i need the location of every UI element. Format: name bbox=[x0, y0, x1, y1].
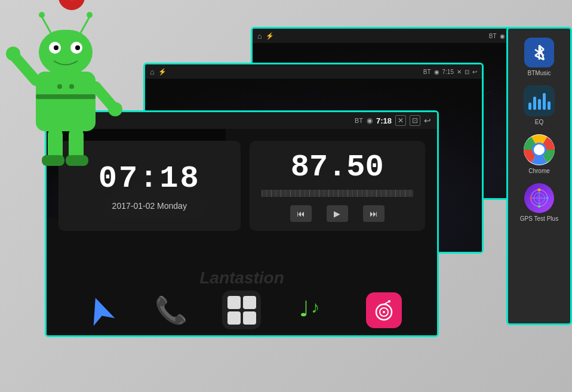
svg-line-18 bbox=[15, 57, 36, 81]
eq-icon bbox=[524, 85, 555, 116]
svg-point-16 bbox=[75, 45, 80, 50]
eq-bar-4 bbox=[543, 93, 546, 110]
time-mid: 7:15 bbox=[442, 69, 454, 75]
svg-point-64 bbox=[530, 197, 532, 199]
svg-point-0 bbox=[59, 0, 85, 10]
app-dot-2 bbox=[243, 296, 256, 309]
svg-point-15 bbox=[54, 45, 59, 50]
svg-point-46 bbox=[388, 300, 390, 303]
svg-point-9 bbox=[39, 12, 45, 18]
svg-point-61 bbox=[537, 189, 540, 192]
location-icon-back: ◉ bbox=[500, 33, 505, 39]
minimize-icon-front[interactable]: ⊡ bbox=[410, 115, 420, 126]
eq-bar-1 bbox=[528, 103, 531, 110]
clock-date: 2017-01-02 Monday bbox=[112, 201, 187, 211]
radio-play-button[interactable]: ▶ bbox=[327, 205, 348, 222]
eq-bar-2 bbox=[533, 97, 536, 110]
back-arrow-front[interactable]: ↩ bbox=[424, 116, 431, 125]
radio-app-icon bbox=[366, 292, 402, 328]
svg-point-21 bbox=[108, 102, 122, 116]
svg-point-55 bbox=[534, 144, 545, 155]
svg-point-19 bbox=[6, 47, 20, 61]
svg-point-28 bbox=[69, 84, 74, 89]
chrome-icon bbox=[524, 134, 555, 165]
dock-nav-icon[interactable] bbox=[81, 291, 119, 329]
phone-emoji: 📞 bbox=[155, 295, 187, 326]
bt-label-mid: BT bbox=[423, 69, 431, 75]
status-bar-back: ⌂ ⚡ BT ◉ 7:14 ✕ ⊡ ↩ bbox=[253, 29, 548, 43]
gps-icon bbox=[524, 183, 554, 213]
svg-text:♩: ♩ bbox=[299, 297, 309, 321]
bottom-dock: 📞 ♩ ♪ bbox=[47, 291, 437, 329]
svg-point-27 bbox=[57, 84, 62, 89]
radio-controls: ⏮ ▶ ⏭ bbox=[290, 205, 385, 222]
panel-app-chrome[interactable]: Chrome bbox=[524, 134, 555, 174]
panel-app-gps[interactable]: GPS Test Plus bbox=[520, 183, 558, 222]
btmusic-label: BTMusic bbox=[528, 70, 551, 76]
radio-tuner-scale bbox=[262, 190, 414, 197]
app-dot-3 bbox=[227, 311, 241, 325]
home-icon-back[interactable]: ⌂ bbox=[257, 32, 262, 41]
app-dot-4 bbox=[243, 311, 256, 325]
svg-line-10 bbox=[81, 17, 90, 33]
minimize-icon-mid[interactable]: ⊡ bbox=[465, 69, 469, 75]
dock-radio-icon[interactable] bbox=[364, 291, 403, 329]
bt-label-back: BT bbox=[489, 33, 497, 39]
svg-point-62 bbox=[546, 197, 549, 199]
svg-point-11 bbox=[87, 12, 93, 18]
svg-text:♪: ♪ bbox=[311, 298, 319, 316]
svg-line-8 bbox=[42, 17, 51, 33]
app-dot-1 bbox=[227, 296, 241, 309]
usb-icon-mid: ⚡ bbox=[158, 68, 167, 76]
radio-next-button[interactable]: ⏭ bbox=[363, 205, 385, 222]
bt-label-front: BT bbox=[355, 117, 363, 124]
location-icon-mid: ◉ bbox=[434, 69, 439, 75]
usb-icon-back: ⚡ bbox=[266, 32, 274, 40]
svg-rect-25 bbox=[66, 155, 88, 166]
watermark: Lantastion bbox=[199, 268, 284, 288]
radio-frequency: 87.50 bbox=[291, 150, 384, 185]
dock-apps-icon[interactable] bbox=[222, 291, 261, 329]
dock-phone-icon[interactable]: 📞 bbox=[152, 291, 190, 329]
status-right: BT ◉ 7:18 ✕ ⊡ ↩ bbox=[355, 115, 431, 126]
close-icon-front[interactable]: ✕ bbox=[395, 115, 406, 126]
status-bar-mid: ⌂ ⚡ BT ◉ 7:15 ✕ ⊡ ↩ bbox=[145, 64, 482, 79]
radio-widget[interactable]: 87.50 ⏮ ▶ ⏭ bbox=[250, 141, 426, 231]
svg-rect-17 bbox=[36, 72, 96, 131]
dock-music-icon[interactable]: ♩ ♪ bbox=[293, 291, 332, 329]
eq-bar-5 bbox=[548, 101, 551, 110]
chrome-label: Chrome bbox=[528, 168, 550, 174]
svg-rect-24 bbox=[42, 155, 64, 166]
android-mascot bbox=[6, 0, 125, 175]
eq-label: EQ bbox=[535, 119, 543, 125]
svg-point-44 bbox=[383, 311, 385, 313]
svg-point-63 bbox=[538, 205, 540, 208]
time-front: 7:18 bbox=[376, 116, 392, 125]
svg-rect-12 bbox=[39, 30, 93, 75]
panel-app-btmusic[interactable]: BTMusic bbox=[524, 38, 554, 76]
radio-prev-button[interactable]: ⏮ bbox=[290, 205, 312, 222]
radio-tuner[interactable] bbox=[262, 190, 414, 197]
apps-grid bbox=[227, 296, 256, 325]
home-icon-mid[interactable]: ⌂ bbox=[150, 67, 155, 76]
svg-marker-39 bbox=[85, 294, 115, 326]
eq-bar-3 bbox=[538, 99, 541, 110]
panel-app-eq[interactable]: EQ bbox=[524, 85, 555, 125]
svg-rect-26 bbox=[36, 94, 96, 99]
location-icon-front: ◉ bbox=[367, 116, 373, 125]
close-icon-mid[interactable]: ✕ bbox=[457, 69, 462, 75]
eq-bars bbox=[528, 92, 551, 110]
right-panel: BTMusic EQ Chrom bbox=[506, 27, 572, 325]
back-arrow-mid[interactable]: ↩ bbox=[472, 69, 477, 75]
gps-label: GPS Test Plus bbox=[520, 215, 558, 222]
btmusic-icon bbox=[524, 38, 554, 67]
